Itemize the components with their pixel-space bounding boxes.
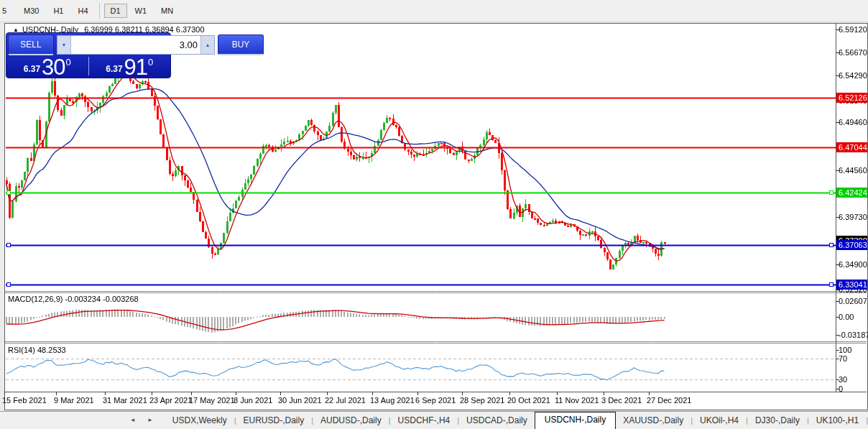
volume-input[interactable] <box>71 36 200 54</box>
tab-usdx-weekly[interactable]: USDX,Weekly <box>165 413 234 429</box>
level-price-badge: 6.37063 <box>836 240 867 250</box>
timeframe-button-d1[interactable]: D1 <box>104 4 127 18</box>
date-label: 23 Apr 2021 <box>149 396 192 405</box>
date-label: 17 May 2021 <box>189 396 235 405</box>
tab-ukoil-h4[interactable]: UKOil-,H4 <box>693 413 746 429</box>
volume-increase-button[interactable]: ▲ <box>200 36 214 54</box>
date-label: 11 Nov 2021 <box>555 396 599 405</box>
rsi-tick-label: 0 <box>839 384 868 393</box>
sell-button[interactable]: SELL <box>8 34 54 55</box>
toolbar-separator <box>99 3 100 19</box>
buy-price-sup: 0 <box>148 57 153 68</box>
date-label: 31 Mar 2021 <box>103 396 147 405</box>
tab-usdcad-daily[interactable]: USDCAD-,Daily <box>459 413 535 429</box>
timeframe-button-m30[interactable]: M30 <box>17 4 45 18</box>
rsi-value: 48.2533 <box>37 346 66 354</box>
rsi-label: RSI(14) 48.2533 <box>8 346 66 354</box>
level-price-badge: 6.52126 <box>836 93 867 103</box>
rsi-tick-label: 100 <box>839 346 868 354</box>
price-tick-label: 6.59120 <box>839 25 868 34</box>
price-tick-label: 6.49460 <box>839 118 868 126</box>
price-tick-label: 6.34900 <box>839 260 868 269</box>
level-price-badge: 6.33041 <box>836 280 867 290</box>
date-label: 13 Aug 2021 <box>370 396 415 405</box>
sell-price-small: 6.37 <box>24 64 40 74</box>
chart-tab-bar: ◄ ► USDX,Weekly|EURUSD-,Daily|AUDUSD-,Da… <box>0 411 868 429</box>
tab-xauusd-daily[interactable]: XAUUSD-,Daily <box>616 413 691 429</box>
tab-uk100-h1[interactable]: UK100-,H1 <box>809 413 866 429</box>
macd-tick-label: 0.02607 <box>839 297 868 305</box>
buy-price-small: 6.37 <box>106 64 122 74</box>
date-label: 20 Oct 2021 <box>507 396 550 405</box>
date-label: 22 Jul 2021 <box>325 396 366 405</box>
macd-value-1: -0.003234 <box>65 295 101 303</box>
price-tick-label: 6.44560 <box>839 166 868 175</box>
rsi-title: RSI(14) <box>8 346 35 354</box>
sell-price-sup: 0 <box>66 57 71 68</box>
macd-value-2: -0.003268 <box>103 295 139 303</box>
date-label: 9 Mar 2021 <box>54 396 94 405</box>
sell-price-big: 30 <box>42 57 65 77</box>
tab-scroll-left-icon[interactable]: ◄ <box>125 417 141 423</box>
price-tick-label: 6.56670 <box>839 48 868 57</box>
date-label: 15 Feb 2021 <box>2 396 47 405</box>
tab-eurusd-daily[interactable]: EURUSD-,Daily <box>236 413 311 429</box>
sell-price[interactable]: 6.37 30 0 <box>6 55 88 78</box>
price-tick-label: 6.39730 <box>839 213 868 221</box>
date-label: 28 Sep 2021 <box>460 396 504 405</box>
timeframe-button-w1[interactable]: W1 <box>129 4 154 18</box>
one-click-trading-panel: SELL ▼ ▲ BUY 6.37 30 0 6.37 91 0 <box>6 32 171 78</box>
timeframe-button-mn[interactable]: MN <box>154 4 180 18</box>
macd-label: MACD(12,26,9) -0.003234 -0.003268 <box>8 295 139 303</box>
tab-scroll-arrows: ◄ ► <box>125 417 158 429</box>
date-label: 6 Sep 2021 <box>415 396 456 405</box>
volume-decrease-button[interactable]: ▼ <box>57 36 71 54</box>
macd-title: MACD(12,26,9) <box>8 295 63 303</box>
volume-spinner: ▼ ▲ <box>57 35 215 55</box>
date-label: 8 Jun 2021 <box>234 396 272 405</box>
date-label: 27 Dec 2021 <box>647 396 691 405</box>
timeframe-button-h4[interactable]: H4 <box>71 4 94 18</box>
buy-price[interactable]: 6.37 91 0 <box>89 55 171 78</box>
price-tick-label: 6.54290 <box>839 71 868 80</box>
timeframe-toolbar: 5M30H1H4D1W1MN <box>0 0 868 22</box>
tab-dj30-daily[interactable]: DJ30-,Daily <box>748 413 807 429</box>
timeframe-button-h1[interactable]: H1 <box>47 4 70 18</box>
buy-button[interactable]: BUY <box>218 34 264 55</box>
timeframe-button-5[interactable]: 5 <box>1 4 16 18</box>
tab-scroll-right-icon[interactable]: ► <box>142 417 158 423</box>
rsi-tick-label: 30 <box>839 375 868 384</box>
date-label: 30 Jun 2021 <box>278 396 322 405</box>
date-label: 3 Dec 2021 <box>601 396 642 405</box>
rsi-tick-label: 70 <box>839 354 868 363</box>
buy-price-big: 91 <box>124 57 147 77</box>
tab-usdcnh-daily[interactable]: USDCNH-,Daily <box>535 412 616 429</box>
tab-audusd-daily[interactable]: AUDUSD-,Daily <box>313 413 389 429</box>
macd-tick-label: 0.00 <box>839 313 868 321</box>
tab-usdchf-h4[interactable]: USDCHF-,H4 <box>391 413 458 429</box>
level-price-badge: 6.42424 <box>836 188 867 198</box>
macd-tick-label: -0.03187 <box>839 331 868 339</box>
level-price-badge: 6.47044 <box>836 142 867 152</box>
